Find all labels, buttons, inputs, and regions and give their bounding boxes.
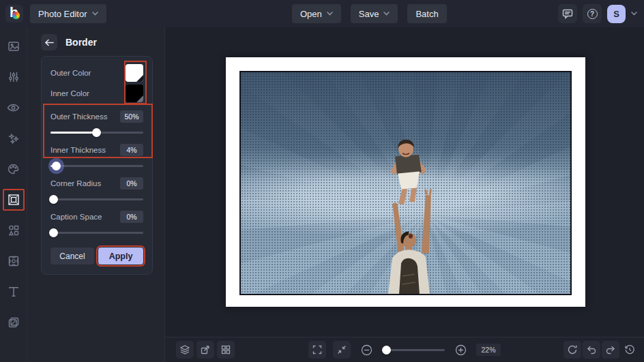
sidebar-item-adjustments[interactable] xyxy=(3,66,25,88)
outer-thickness-row: Outer Thickness 50% xyxy=(50,110,143,123)
zoom-out-button[interactable] xyxy=(357,341,375,359)
layers-button[interactable] xyxy=(176,341,194,359)
back-button[interactable] xyxy=(41,34,57,50)
bottom-right-tools xyxy=(564,341,639,359)
caption-space-label: Caption Space xyxy=(50,213,102,221)
topbar-right-actions: ? S xyxy=(558,4,637,23)
grid-icon xyxy=(220,344,231,355)
fullscreen-button[interactable] xyxy=(308,341,326,359)
inner-color-swatch[interactable] xyxy=(126,85,143,102)
cancel-button[interactable]: Cancel xyxy=(50,247,94,265)
caption-space-value[interactable]: 0% xyxy=(120,211,143,223)
zoom-level-value[interactable]: 22% xyxy=(476,344,501,356)
canvas-white-border[interactable] xyxy=(226,57,585,307)
sidebar-item-text[interactable] xyxy=(3,281,25,303)
adjustments-icon xyxy=(8,71,20,83)
chevron-down-icon xyxy=(383,12,390,16)
border-settings-card: Outer Color Inner Color Outer Thickness … xyxy=(41,56,153,275)
save-label: Save xyxy=(359,9,379,19)
sidebar-item-touch-up[interactable] xyxy=(3,97,25,119)
redo-button[interactable] xyxy=(602,341,619,359)
layers-icon xyxy=(179,344,190,355)
history-icon xyxy=(624,344,635,355)
caption-space-row: Caption Space 0% xyxy=(50,210,143,223)
avatar-initial: S xyxy=(613,9,619,19)
caption-space-slider[interactable] xyxy=(50,228,143,237)
arrow-left-icon xyxy=(45,39,54,46)
speech-bubble-icon xyxy=(562,8,573,19)
help-button[interactable]: ? xyxy=(583,4,602,23)
sidebar-item-image[interactable] xyxy=(3,35,25,57)
inner-color-row: Inner Color xyxy=(50,83,143,104)
photo-figures xyxy=(241,72,570,294)
sidebar-item-layers[interactable] xyxy=(3,312,25,333)
undo-button[interactable] xyxy=(583,341,600,359)
minus-circle-icon xyxy=(361,344,372,356)
panel-header: Border xyxy=(41,34,164,50)
feedback-button[interactable] xyxy=(558,4,577,23)
corner-radius-slider[interactable] xyxy=(50,194,143,204)
man-figure xyxy=(388,189,432,294)
outer-color-label: Outer Color xyxy=(50,69,91,77)
inner-thickness-value[interactable]: 4% xyxy=(120,144,143,156)
image-icon xyxy=(8,40,20,52)
inner-color-label: Inner Color xyxy=(50,89,89,97)
corner-radius-label: Corner Radius xyxy=(50,179,101,187)
corner-radius-value[interactable]: 0% xyxy=(120,177,143,190)
eye-icon xyxy=(7,102,20,114)
pattern-square-icon xyxy=(8,255,20,267)
transform-button[interactable] xyxy=(196,341,214,359)
frame-border-icon xyxy=(8,194,20,206)
fit-to-screen-button[interactable] xyxy=(333,341,351,359)
batch-button[interactable]: Batch xyxy=(407,4,446,23)
tools-sidebar xyxy=(0,27,27,362)
zoom-in-button[interactable] xyxy=(452,341,469,359)
befunky-logo-icon[interactable]: b xyxy=(5,5,23,22)
sidebar-item-overlays[interactable] xyxy=(3,250,25,272)
inner-thickness-label: Inner Thickness xyxy=(50,146,106,154)
chevron-down-icon xyxy=(327,12,333,16)
baby-figure xyxy=(390,140,426,205)
text-icon xyxy=(8,286,20,298)
save-button[interactable]: Save xyxy=(351,4,398,23)
photo-image[interactable] xyxy=(239,71,572,295)
sidebar-item-effects[interactable] xyxy=(3,127,25,149)
sidebar-item-graphics[interactable] xyxy=(3,220,25,241)
open-label: Open xyxy=(300,9,322,19)
sidebar-item-artsy[interactable] xyxy=(3,158,25,180)
apply-button[interactable]: Apply xyxy=(98,247,143,265)
bottom-left-tools xyxy=(176,341,235,359)
app-menu-button[interactable]: Photo Editor xyxy=(30,4,106,23)
inner-thickness-slider[interactable] xyxy=(50,161,143,170)
open-button[interactable]: Open xyxy=(292,4,341,23)
sparkles-icon xyxy=(8,132,20,145)
zoom-slider[interactable] xyxy=(382,345,445,355)
fullscreen-icon xyxy=(312,344,323,355)
undo-icon xyxy=(586,344,597,355)
reset-button[interactable] xyxy=(564,341,581,359)
logo-color-wheel-icon xyxy=(12,12,20,19)
shapes-icon xyxy=(8,224,20,237)
outer-color-row: Outer Color xyxy=(50,63,143,83)
fit-screen-icon xyxy=(336,344,347,355)
outer-thickness-label: Outer Thickness xyxy=(50,112,108,121)
avatar[interactable]: S xyxy=(607,5,626,23)
chevron-down-icon xyxy=(92,12,98,16)
workspace xyxy=(164,27,644,337)
outer-color-swatch[interactable] xyxy=(126,64,143,82)
history-button[interactable] xyxy=(621,341,639,359)
account-chevron-icon[interactable] xyxy=(631,12,637,16)
outer-thickness-value[interactable]: 50% xyxy=(120,110,143,123)
bottom-toolbar: 22% xyxy=(164,337,644,362)
topbar: b Photo Editor Open Save Batch ? xyxy=(0,0,644,27)
overlapping-squares-icon xyxy=(8,316,20,329)
grid-view-button[interactable] xyxy=(217,341,235,359)
border-panel: Border Outer Color Inner Color Outer Thi… xyxy=(27,27,164,362)
outer-thickness-slider[interactable] xyxy=(50,127,143,137)
panel-buttons-row: Cancel Apply xyxy=(50,247,143,265)
topbar-center-actions: Open Save Batch xyxy=(292,4,447,23)
sidebar-item-frames[interactable] xyxy=(3,189,25,211)
inner-thickness-row: Inner Thickness 4% xyxy=(50,143,143,156)
panel-title: Border xyxy=(65,37,97,48)
palette-icon xyxy=(7,163,20,175)
